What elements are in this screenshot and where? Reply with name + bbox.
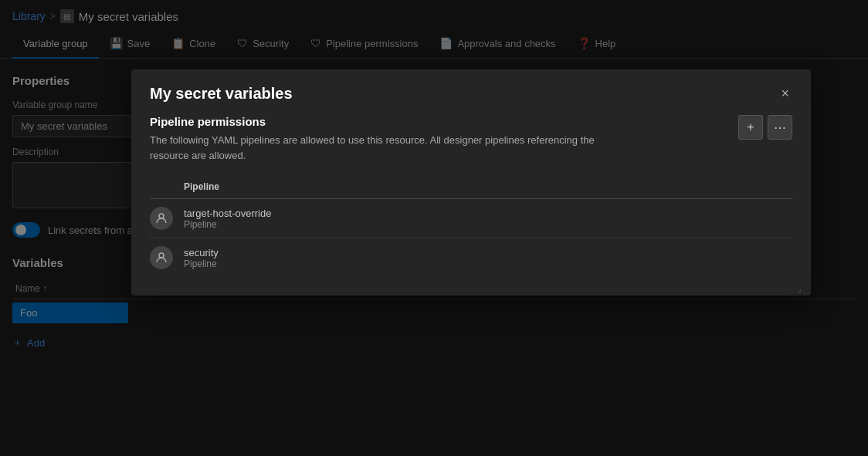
pipeline-permissions-section: Pipeline permissions The following YAML … (150, 115, 792, 277)
pipeline-row-1: target-host-override Pipeline (150, 199, 792, 238)
pipeline-permissions-heading: Pipeline permissions (150, 115, 613, 128)
pipeline-permissions-header: Pipeline permissions The following YAML … (150, 115, 792, 163)
modal-header: My secret variables × (131, 69, 811, 115)
pipeline-table: Pipeline target-host-override Pipe (150, 175, 792, 277)
pipeline-name-1: target-host-override Pipeline (184, 208, 792, 230)
modal-title: My secret variables (150, 85, 293, 103)
pipeline-col-name-header: Pipeline (184, 181, 792, 192)
add-pipeline-button[interactable]: + (738, 115, 763, 140)
modal: My secret variables × Pipeline permissio… (131, 69, 811, 296)
modal-resize-handle[interactable]: ⌟ (797, 283, 806, 292)
svg-point-1 (159, 253, 164, 258)
pipeline-avatar-1 (150, 207, 184, 230)
pipeline-table-header: Pipeline (150, 175, 792, 199)
more-options-button[interactable]: ⋯ (768, 115, 792, 140)
pipeline-permissions-actions: + ⋯ (738, 115, 792, 140)
pipeline-row-2: security Pipeline (150, 238, 792, 277)
modal-body: Pipeline permissions The following YAML … (131, 115, 811, 296)
pipeline-permissions-info: Pipeline permissions The following YAML … (150, 115, 613, 163)
pipeline-permissions-description: The following YAML pipelines are allowed… (150, 133, 613, 163)
pipeline-name-2: security Pipeline (184, 247, 792, 269)
pipeline-avatar-2 (150, 246, 184, 269)
modal-close-button[interactable]: × (778, 85, 792, 102)
svg-point-0 (159, 214, 164, 218)
